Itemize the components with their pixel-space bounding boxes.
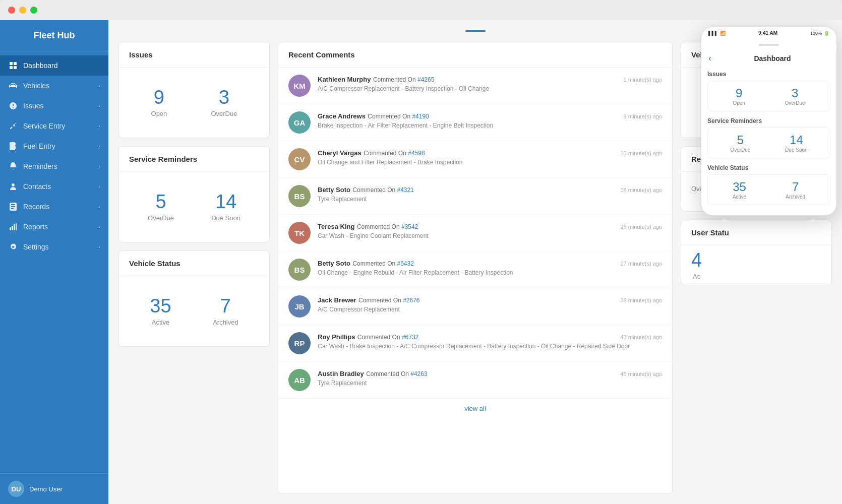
tab-indicator [465,30,486,32]
comment-avatar: KM [288,75,311,97]
phone-scroll-indicator [701,37,836,50]
comment-tag[interactable]: #4263 [410,370,427,377]
comment-time: 15 minute(s) ago [620,150,662,156]
reminders-icon [8,162,18,170]
sidebar-item-reports[interactable]: Reports › [0,217,108,237]
service-reminders-header: Service Reminders [119,147,269,172]
phone-nav-title: Dashboard [715,54,829,62]
comment-text: A/C Compressor Replacement [318,306,662,313]
close-button[interactable] [8,7,15,14]
phone-service-title: Service Reminders [707,117,830,124]
comment-body: Austin Bradley Commented On #4263 45 min… [318,369,662,387]
main-content: Issues 9 Open 3 OverDue Service [108,20,842,504]
sidebar-item-reminders[interactable]: Reminders › [0,156,108,176]
comment-tag[interactable]: #4265 [417,76,434,83]
phone-nav-bar: ‹ Dashboard [701,50,836,67]
sidebar-footer: DU Demo User [0,473,108,504]
svg-rect-1 [14,62,17,65]
phone-vstatus-active-label: Active [733,194,746,200]
phone-service-overdue-num: 5 [730,133,750,147]
phone-issues-open-num: 9 [733,86,745,100]
phone-vstatus-archived-label: Archived [786,194,805,200]
user-status-panel: User Statu 4 Ac [681,220,832,285]
maximize-button[interactable] [30,7,37,14]
svg-rect-5 [10,227,11,230]
comment-tag[interactable]: #4190 [412,113,429,120]
chevron-right-icon: › [98,163,100,169]
phone-issues-overdue: 3 OverDue [785,86,805,106]
comment-meta-line: Austin Bradley Commented On #4263 [318,369,428,378]
commenter-name: Roy Phillips [318,333,355,341]
issues-panel: Issues 9 Open 3 OverDue [118,42,270,138]
window-chrome [0,0,842,20]
comment-header: Jack Brewer Commented On #2676 38 minute… [318,295,662,304]
phone-signal: ▌▌▌ 📶 [708,31,726,36]
vehicle-status-header: Vehicle Status [119,251,269,276]
sidebar-item-records[interactable]: Records › [0,197,108,217]
minimize-button[interactable] [19,7,26,14]
comment-action: Commented On #4190 [368,113,429,120]
sidebar-item-contacts[interactable]: Contacts › [0,176,108,197]
comment-tag[interactable]: #4598 [408,150,425,157]
sidebar-item-settings[interactable]: Settings › [0,237,108,257]
settings-icon [8,243,18,250]
svg-rect-3 [14,66,17,69]
comment-tag[interactable]: #5432 [397,260,414,267]
comment-item: KM Kathleen Murphy Commented On #4265 1 … [278,68,672,104]
recent-comments-header: Recent Comments [278,42,672,68]
comment-tag[interactable]: #4321 [397,186,414,194]
phone-issues-stats: 9 Open 3 OverDue [713,86,825,106]
comment-meta-line: Teresa King Commented On #3542 [318,222,418,231]
comment-time: 45 minute(s) ago [620,371,662,377]
comment-body: Teresa King Commented On #3542 25 minute… [318,222,662,239]
phone-service-section: Service Reminders 5 OverDue 14 [707,117,830,158]
vehicle-status-panel: Vehicle Status 35 Active 7 Archived [118,250,270,347]
sidebar-item-service-entry[interactable]: Service Entry › [0,116,108,136]
sidebar-item-issues[interactable]: Issues › [0,96,108,116]
comment-tag[interactable]: #6732 [402,334,418,341]
issues-icon [8,102,18,110]
mobile-phone-preview: ▌▌▌ 📶 9:41 AM 100% 🔋 [701,27,837,216]
commenter-name: Austin Bradley [318,370,364,377]
user-name: Demo User [29,485,63,493]
sidebar-item-records-label: Records [23,203,49,211]
sidebar: Fleet Hub Dashboard Vehicles › Issues [0,20,108,504]
vehicle-active-count: 35 [150,296,171,316]
comment-tag[interactable]: #3542 [401,223,418,230]
comment-text: Oil Change and Filter Replacement - Brak… [318,159,662,166]
sidebar-item-vehicles[interactable]: Vehicles › [0,76,108,96]
sidebar-item-dashboard[interactable]: Dashboard [0,55,108,76]
comment-time: 18 minute(s) ago [620,187,662,193]
comment-tag[interactable]: #2676 [403,297,419,304]
chevron-right-icon: › [98,123,100,129]
phone-service-overdue-label: OverDue [730,147,750,153]
comment-body: Jack Brewer Commented On #2676 38 minute… [318,295,662,313]
phone-vstatus-active-num: 35 [733,180,746,194]
user-status-panel-header: User Statu [681,220,831,245]
comment-item: BS Betty Soto Commented On #4321 18 minu… [278,178,672,215]
phone-service-stats: 5 OverDue 14 Due Soon [713,133,825,153]
phone-service-due-label: Due Soon [785,147,807,153]
phone-content: Issues 9 Open 3 OverDue [701,67,836,215]
view-all-button[interactable]: view all [278,398,672,418]
comment-text: A/C Compressor Replacement - Battery Ins… [318,85,662,92]
commenter-name: Teresa King [318,223,354,230]
contacts-icon [8,182,18,191]
comment-text: Tyre Replacement [318,196,662,203]
phone-status-bar: ▌▌▌ 📶 9:41 AM 100% 🔋 [701,27,836,37]
issues-open-count: 9 [151,88,167,107]
phone-back-button[interactable]: ‹ [708,53,711,64]
comment-item: RP Roy Phillips Commented On #6732 43 mi… [278,325,672,362]
sidebar-brand: Fleet Hub [0,20,108,51]
phone-vstatus-archived-num: 7 [786,180,805,194]
comment-item: TK Teresa King Commented On #3542 25 min… [278,215,672,251]
commenter-name: Betty Soto [318,186,350,194]
sidebar-item-fuel-entry[interactable]: Fuel Entry › [0,136,108,156]
comment-body: Kathleen Murphy Commented On #4265 1 min… [318,75,662,92]
comments-list: KM Kathleen Murphy Commented On #4265 1 … [278,68,672,398]
commenter-name: Betty Soto [318,260,350,267]
comment-text: Tyre Replacement [318,380,662,387]
comment-text: Brake Inspection - Air Filter Replacemen… [318,122,662,129]
comment-header: Kathleen Murphy Commented On #4265 1 min… [318,75,662,84]
phone-vstatus-stats: 35 Active 7 Archived [713,180,825,200]
